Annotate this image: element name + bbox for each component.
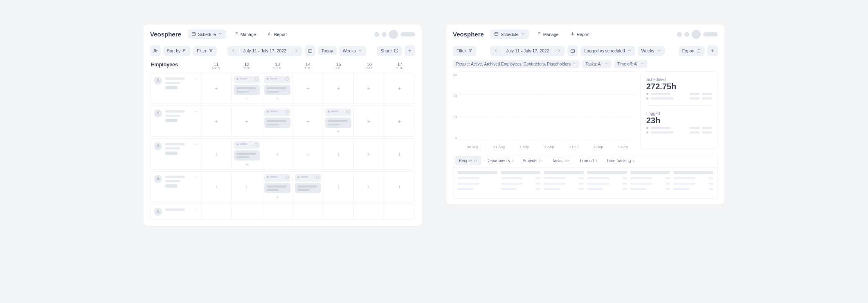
manage-nav-button[interactable]: Manage <box>230 29 260 39</box>
avatar[interactable] <box>389 30 398 39</box>
day-cell[interactable]: + <box>201 139 232 169</box>
tab-time-off[interactable]: Time off1 <box>575 156 602 165</box>
task-card[interactable] <box>264 109 290 116</box>
day-cell[interactable]: + <box>354 106 385 136</box>
date-range-button[interactable]: July 11 - July 17, 2022 <box>502 46 553 55</box>
day-cell[interactable] <box>262 204 293 219</box>
add-task-icon[interactable]: + <box>367 118 371 124</box>
task-card[interactable] <box>234 141 260 149</box>
day-cell[interactable]: + <box>293 106 324 136</box>
employee-cell[interactable] <box>151 73 201 104</box>
day-cell[interactable]: + <box>384 172 415 202</box>
day-cell[interactable]: + <box>201 106 232 136</box>
weeks-button[interactable]: Weeks <box>638 46 665 56</box>
export-button[interactable]: Export <box>679 46 705 56</box>
tasks-filter-chip[interactable]: Tasks: All <box>582 60 612 68</box>
tab-tasks[interactable]: Tasks290 <box>548 156 575 165</box>
task-card-expanded[interactable] <box>234 150 260 161</box>
next-button[interactable] <box>553 46 565 56</box>
add-task-icon[interactable]: + <box>215 118 218 124</box>
day-cell[interactable]: + <box>262 73 293 104</box>
day-cell[interactable]: + <box>354 73 385 104</box>
day-cell[interactable]: + <box>232 106 263 136</box>
task-card[interactable] <box>264 76 290 84</box>
day-cell[interactable]: + <box>384 73 415 104</box>
day-cell[interactable]: + <box>293 73 324 104</box>
schedule-nav-button[interactable]: Schedule <box>490 29 529 39</box>
add-task-icon[interactable]: + <box>276 151 279 157</box>
tab-people[interactable]: People12 <box>455 156 481 165</box>
day-cell[interactable]: + <box>262 172 293 202</box>
chevron-down-icon[interactable] <box>195 77 198 81</box>
task-card-expanded[interactable] <box>295 183 321 193</box>
chevron-down-icon[interactable] <box>195 109 198 114</box>
add-person-button[interactable] <box>150 45 161 56</box>
day-cell[interactable]: + <box>323 139 354 169</box>
add-task-icon[interactable]: + <box>367 183 371 190</box>
day-cell[interactable]: + <box>232 73 263 104</box>
day-cell[interactable] <box>262 106 293 136</box>
chevron-down-icon[interactable] <box>195 208 198 213</box>
add-task-icon[interactable]: + <box>337 85 340 92</box>
weeks-button[interactable]: Weeks <box>339 46 366 56</box>
tab-departments[interactable]: Departments3 <box>482 156 517 165</box>
task-card[interactable] <box>264 174 290 182</box>
add-task-icon[interactable]: + <box>398 85 401 92</box>
day-cell[interactable] <box>293 204 324 219</box>
day-cell[interactable] <box>323 204 354 219</box>
day-cell[interactable]: + <box>232 172 263 202</box>
task-card-expanded[interactable] <box>264 85 290 95</box>
next-button[interactable] <box>290 46 302 56</box>
add-task-icon[interactable]: + <box>398 183 401 190</box>
add-task-icon[interactable]: + <box>215 183 218 190</box>
add-task-icon[interactable]: + <box>264 194 290 199</box>
day-cell[interactable] <box>354 204 385 219</box>
add-task-icon[interactable]: + <box>245 183 248 190</box>
day-cell[interactable] <box>384 204 415 219</box>
tab-projects[interactable]: Projects21 <box>518 156 547 165</box>
task-card-expanded[interactable] <box>234 85 260 95</box>
add-task-icon[interactable]: + <box>215 151 218 157</box>
day-cell[interactable]: + <box>293 139 324 169</box>
date-range-button[interactable]: July 11 - July 17, 2022 <box>240 46 290 55</box>
avatar[interactable] <box>692 30 701 39</box>
day-cell[interactable] <box>232 204 263 219</box>
manage-nav-button[interactable]: Manage <box>533 29 562 39</box>
day-cell[interactable]: + <box>384 106 415 136</box>
add-task-icon[interactable]: + <box>234 96 260 101</box>
day-cell[interactable]: + <box>354 139 385 169</box>
add-button[interactable] <box>405 45 415 56</box>
report-nav-button[interactable]: Report <box>264 29 291 39</box>
calendar-picker-button[interactable] <box>305 45 315 56</box>
add-task-icon[interactable]: + <box>398 118 401 124</box>
add-task-icon[interactable]: + <box>306 118 309 124</box>
add-task-icon[interactable]: + <box>398 151 401 157</box>
day-cell[interactable]: + <box>323 106 354 136</box>
day-cell[interactable]: + <box>201 73 232 104</box>
employee-cell[interactable] <box>151 106 201 136</box>
day-cell[interactable]: + <box>232 139 263 169</box>
chevron-down-icon[interactable] <box>195 142 198 147</box>
day-cell[interactable] <box>293 172 324 202</box>
timeoff-filter-chip[interactable]: Time off: All <box>614 60 648 68</box>
task-card[interactable] <box>325 109 351 116</box>
report-nav-button[interactable]: Report <box>567 29 594 39</box>
share-button[interactable]: Share <box>377 46 402 56</box>
chevron-down-icon[interactable] <box>195 175 198 180</box>
employee-cell[interactable] <box>151 172 201 202</box>
add-task-icon[interactable]: + <box>325 129 351 134</box>
task-card[interactable] <box>295 174 321 182</box>
add-task-icon[interactable]: + <box>264 96 290 101</box>
filter-button[interactable]: Filter <box>193 46 216 56</box>
employee-cell[interactable] <box>151 139 201 169</box>
day-cell[interactable]: + <box>384 139 415 169</box>
day-cell[interactable]: + <box>323 73 354 104</box>
add-button[interactable] <box>707 45 718 56</box>
task-card-expanded[interactable] <box>264 183 290 193</box>
people-filter-chip[interactable]: People: Active, Archived Employees, Cont… <box>453 60 580 68</box>
task-card-expanded[interactable] <box>325 118 351 128</box>
add-task-icon[interactable]: + <box>367 85 371 92</box>
add-task-icon[interactable]: + <box>337 151 340 157</box>
calendar-picker-button[interactable] <box>567 45 578 56</box>
tab-time-tracking[interactable]: Time tracking4 <box>603 156 639 165</box>
